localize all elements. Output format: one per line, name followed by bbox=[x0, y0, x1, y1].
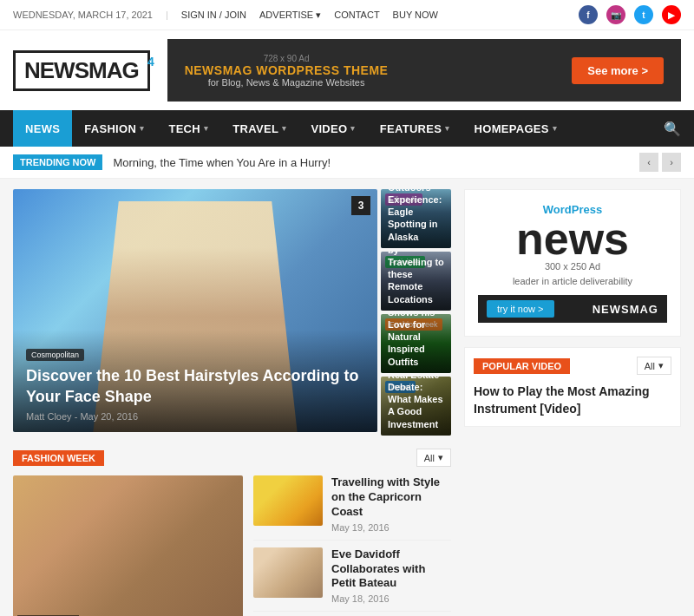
side-title-1: Wonderful Outdoors Experience: Eagle Spo… bbox=[388, 189, 444, 243]
hero-side-item-1[interactable]: Lifestyle Wonderful Outdoors Experience:… bbox=[381, 189, 451, 248]
side-title-2: Improve your Health by Travelling to the… bbox=[388, 252, 444, 305]
trending-text: Morning, the Time when You Are in a Hurr… bbox=[113, 156, 629, 169]
hero-side-item-4[interactable]: Travel The Big Real Estate Debate: What … bbox=[381, 377, 451, 436]
fashion-main-image[interactable]: New York 2014 bbox=[13, 475, 243, 616]
popular-video-title: How to Play the Most Amazing Instrument … bbox=[474, 383, 671, 417]
side-overlay-4: The Big Real Estate Debate: What Makes A… bbox=[381, 377, 451, 436]
hero-side: Lifestyle Wonderful Outdoors Experience:… bbox=[381, 189, 451, 436]
nav-item-video[interactable]: VIDEO ▾ bbox=[298, 110, 367, 147]
fashion-list: Travelling with Style on the Capricorn C… bbox=[253, 475, 451, 616]
hero-category: Cosmopolitan bbox=[26, 349, 84, 361]
main-content: 3 Cosmopolitan Discover the 10 Best Hair… bbox=[0, 179, 694, 616]
nav-item-fashion[interactable]: FASHION ▾ bbox=[72, 110, 156, 147]
fashion-content: New York 2014 Most Beautiful Things to D… bbox=[13, 475, 451, 616]
wp-ad: WordPress news 300 x 250 Ad leader in ar… bbox=[464, 189, 681, 337]
signin-link[interactable]: SIGN IN / JOIN bbox=[181, 10, 246, 20]
logo-text: NEWSMAG bbox=[24, 57, 139, 83]
fashion-filter[interactable]: All ▾ bbox=[416, 449, 451, 467]
try-button[interactable]: try it now > bbox=[487, 300, 554, 318]
social-icons: f 📷 t ▶ bbox=[579, 5, 681, 24]
fashion-list-title-2: Eve Davidoff Collaborates with Petit Bat… bbox=[331, 547, 451, 592]
ad-sub: for Blog, News & Magazine Websites bbox=[185, 77, 389, 88]
fashion-list-date-2: May 18, 2016 bbox=[331, 593, 451, 604]
hero-side-item-2[interactable]: Activities Improve your Health by Travel… bbox=[381, 252, 451, 311]
top-bar-left: WEDNESDAY, MARCH 17, 2021 | SIGN IN / JO… bbox=[13, 10, 438, 21]
side-overlay-3: Kevin Smith Shows his Love for Natural I… bbox=[381, 314, 451, 373]
hero-title: Discover the 10 Best Hairstyles Accordin… bbox=[26, 366, 364, 407]
ad-title: NEWSMAG WORDPRESS THEME bbox=[185, 63, 389, 77]
fashion-list-item-1[interactable]: Travelling with Style on the Capricorn C… bbox=[253, 475, 451, 541]
hero-main[interactable]: 3 Cosmopolitan Discover the 10 Best Hair… bbox=[13, 189, 377, 432]
trending-label: TRENDING NOW bbox=[13, 154, 102, 170]
fashion-thumb-1 bbox=[253, 475, 323, 526]
fashion-list-date-1: May 19, 2016 bbox=[331, 522, 451, 533]
nav-item-travel[interactable]: TRAVEL ▾ bbox=[220, 110, 298, 147]
twitter-icon[interactable]: t bbox=[634, 5, 653, 24]
section-header: FASHION WEEK All ▾ bbox=[13, 449, 451, 467]
nav-item-news[interactable]: NEWS bbox=[13, 110, 72, 147]
see-more-button[interactable]: See more > bbox=[572, 57, 664, 84]
ad-banner: 728 x 90 Ad NEWSMAG WORDPRESS THEME for … bbox=[167, 39, 681, 102]
instagram-icon[interactable]: 📷 bbox=[606, 5, 625, 24]
main-nav: NEWS FASHION ▾ TECH ▾ TRAVEL ▾ VIDEO ▾ F… bbox=[0, 110, 694, 147]
logo-num: 4 bbox=[147, 55, 154, 69]
fashion-list-item-2[interactable]: Eve Davidoff Collaborates with Petit Bat… bbox=[253, 547, 451, 613]
fashion-main: New York 2014 Most Beautiful Things to D… bbox=[13, 475, 243, 616]
right-column: WordPress news 300 x 250 Ad leader in ar… bbox=[464, 189, 681, 616]
left-column: 3 Cosmopolitan Discover the 10 Best Hair… bbox=[13, 189, 451, 616]
logo[interactable]: NEWSMAG 4 bbox=[13, 50, 150, 91]
fashion-list-title-1: Travelling with Style on the Capricorn C… bbox=[331, 475, 451, 520]
wp-ad-size: 300 x 250 Ad bbox=[478, 261, 667, 272]
buynow-link[interactable]: BUY NOW bbox=[393, 10, 438, 20]
popular-filter[interactable]: All ▾ bbox=[637, 357, 671, 375]
contact-link[interactable]: CONTACT bbox=[334, 10, 379, 20]
popular-header: POPULAR VIDEO All ▾ bbox=[474, 357, 671, 375]
side-overlay-1: Wonderful Outdoors Experience: Eagle Spo… bbox=[381, 189, 451, 248]
trending-prev[interactable]: ‹ bbox=[639, 153, 658, 172]
wp-ad-news: news bbox=[478, 216, 667, 261]
fashion-thumb-2 bbox=[253, 547, 323, 598]
wp-ad-footer: try it now > NEWSMAG bbox=[478, 295, 667, 323]
newsmag-brand: NEWSMAG bbox=[593, 303, 658, 316]
nav-item-tech[interactable]: TECH ▾ bbox=[156, 110, 220, 147]
hero-meta: Matt Cloey - May 20, 2016 bbox=[26, 411, 364, 422]
hero-section: 3 Cosmopolitan Discover the 10 Best Hair… bbox=[13, 189, 451, 436]
wp-ad-desc: leader in article deliverability bbox=[478, 276, 667, 286]
side-title-3: Kevin Smith Shows his Love for Natural I… bbox=[388, 314, 444, 368]
side-overlay-2: Improve your Health by Travelling to the… bbox=[381, 252, 451, 311]
popular-video-section: POPULAR VIDEO All ▾ How to Play the Most… bbox=[464, 347, 681, 427]
fashion-week-section: FASHION WEEK All ▾ New York 2014 Most Be… bbox=[13, 449, 451, 616]
trending-nav: ‹ › bbox=[639, 153, 681, 172]
hero-badge: 3 bbox=[351, 196, 370, 215]
hero-overlay: Cosmopolitan Discover the 10 Best Hairst… bbox=[13, 330, 377, 432]
facebook-icon[interactable]: f bbox=[579, 5, 598, 24]
fashion-badge: FASHION WEEK bbox=[13, 450, 104, 466]
trending-next[interactable]: › bbox=[662, 153, 681, 172]
hero-side-item-3[interactable]: Fashion week Kevin Smith Shows his Love … bbox=[381, 314, 451, 373]
header: NEWSMAG 4 728 x 90 Ad NEWSMAG WORDPRESS … bbox=[0, 30, 694, 110]
youtube-icon[interactable]: ▶ bbox=[662, 5, 681, 24]
trending-bar: TRENDING NOW Morning, the Time when You … bbox=[0, 147, 694, 179]
nav-item-features[interactable]: FEATURES ▾ bbox=[368, 110, 462, 147]
side-title-4: The Big Real Estate Debate: What Makes A… bbox=[388, 377, 444, 430]
top-bar: WEDNESDAY, MARCH 17, 2021 | SIGN IN / JO… bbox=[0, 0, 694, 30]
popular-badge: POPULAR VIDEO bbox=[474, 358, 570, 374]
advertise-link[interactable]: ADVERTISE ▾ bbox=[259, 10, 321, 21]
search-icon[interactable]: 🔍 bbox=[664, 121, 681, 137]
date: WEDNESDAY, MARCH 17, 2021 bbox=[13, 10, 153, 20]
nav-item-homepages[interactable]: HOMEPAGES ▾ bbox=[462, 110, 570, 147]
ad-label: 728 x 90 Ad bbox=[185, 54, 389, 63]
